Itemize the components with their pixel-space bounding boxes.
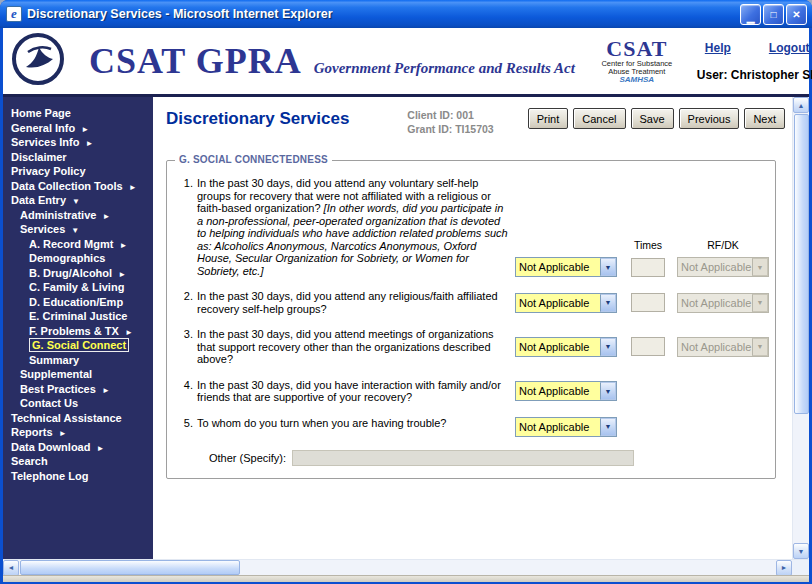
close-button[interactable]: ✕ bbox=[786, 4, 807, 25]
expand-arrow-icon: ► bbox=[59, 429, 67, 438]
toolbar: Print Cancel Save Previous Next bbox=[528, 108, 785, 129]
sidebar-item-disclaimer[interactable]: Disclaimer bbox=[3, 150, 153, 165]
q1-response-select[interactable]: Not Applicable▼ bbox=[515, 257, 617, 277]
expand-arrow-icon: ► bbox=[81, 125, 89, 134]
horizontal-scrollbar[interactable]: ◄ ► bbox=[3, 559, 809, 575]
social-connectedness-group: G. SOCIAL CONNECTEDNESS Times RF/DK 1. I… bbox=[166, 160, 776, 479]
horizontal-scroll-thumb[interactable] bbox=[20, 560, 240, 575]
browser-window: e Discretionary Services - Microsoft Int… bbox=[0, 0, 812, 584]
client-id-label: Client ID: 001 bbox=[407, 108, 493, 122]
minimize-icon: ▁ bbox=[747, 12, 755, 23]
user-label: User: Christopher Shumway bbox=[697, 68, 812, 82]
brand-subtitle: Government Performance and Results Act bbox=[314, 60, 575, 77]
sidebar-item-services[interactable]: Services ▼ bbox=[3, 222, 153, 237]
hhs-logo bbox=[11, 32, 65, 90]
expand-arrow-icon: ► bbox=[125, 328, 133, 337]
sidebar-item-summary[interactable]: Summary bbox=[3, 353, 153, 368]
grant-id-label: Grant ID: TI15703 bbox=[407, 122, 493, 136]
scroll-left-button[interactable]: ◄ bbox=[3, 560, 19, 576]
minimize-button[interactable]: ▁ bbox=[740, 4, 761, 25]
sidebar-item-home-page[interactable]: Home Page bbox=[3, 106, 153, 121]
scroll-right-button[interactable]: ► bbox=[776, 560, 792, 576]
other-specify-row: Other (Specify): bbox=[209, 450, 767, 466]
scrollbar-corner bbox=[792, 560, 809, 576]
maximize-button[interactable]: □ bbox=[763, 4, 784, 25]
sidebar-item-search[interactable]: Search bbox=[3, 454, 153, 469]
csat-logo: CSAT Center for Substance Abuse Treatmen… bbox=[591, 37, 683, 84]
sidebar-item-technical-assistance[interactable]: Technical Assistance bbox=[3, 411, 153, 426]
sidebar-item-reports[interactable]: Reports ► bbox=[3, 425, 153, 440]
sidebar-item-criminal-justice[interactable]: E. Criminal Justice bbox=[3, 309, 153, 324]
logout-link[interactable]: Logout bbox=[769, 41, 810, 55]
collapse-arrow-icon: ▼ bbox=[71, 226, 79, 235]
times-column-header: Times bbox=[615, 239, 681, 251]
question-row-1: 1. In the past 30 days, did you attend a… bbox=[175, 177, 767, 277]
question-number: 3. bbox=[175, 328, 197, 366]
q4-response-select[interactable]: Not Applicable▼ bbox=[515, 381, 617, 401]
dropdown-arrow-icon: ▼ bbox=[600, 418, 616, 436]
sidebar-item-data-download[interactable]: Data Download ► bbox=[3, 440, 153, 455]
group-legend: G. SOCIAL CONNECTEDNESS bbox=[175, 154, 332, 165]
sidebar-item-supplemental[interactable]: Supplemental bbox=[3, 367, 153, 382]
close-icon: ✕ bbox=[792, 9, 800, 20]
scroll-down-button[interactable]: ▼ bbox=[793, 543, 809, 559]
previous-button[interactable]: Previous bbox=[679, 108, 740, 129]
question-text: In the past 30 days, did you attend meet… bbox=[197, 328, 511, 366]
expand-arrow-icon: ► bbox=[102, 386, 110, 395]
vertical-scrollbar[interactable]: ▲ ▼ bbox=[792, 97, 809, 559]
sidebar-item-privacy-policy[interactable]: Privacy Policy bbox=[3, 164, 153, 179]
sidebar-item-problems-tx[interactable]: F. Problems & TX ► bbox=[3, 324, 153, 339]
question-number: 1. bbox=[175, 177, 197, 277]
sidebar-item-administrative[interactable]: Administrative ► bbox=[3, 208, 153, 223]
q5-response-select[interactable]: Not Applicable▼ bbox=[515, 417, 617, 437]
sidebar-item-record-mgmt[interactable]: A. Record Mgmt ► bbox=[3, 237, 153, 252]
q1-rfdk-select: Not Applicable▼ bbox=[677, 257, 769, 277]
sidebar-item-social-connect[interactable]: G. Social Connect bbox=[3, 338, 153, 353]
dropdown-arrow-icon: ▼ bbox=[600, 382, 616, 400]
sidebar-item-family-living[interactable]: C. Family & Living bbox=[3, 280, 153, 295]
next-button[interactable]: Next bbox=[744, 108, 785, 129]
question-number: 2. bbox=[175, 290, 197, 315]
sidebar-item-telephone-log[interactable]: Telephone Log bbox=[3, 469, 153, 484]
client-grant-ids: Client ID: 001 Grant ID: TI15703 bbox=[407, 108, 493, 136]
q3-response-select[interactable]: Not Applicable▼ bbox=[515, 337, 617, 357]
sidebar-item-contact-us[interactable]: Contact Us bbox=[3, 396, 153, 411]
q2-rfdk-select: Not Applicable▼ bbox=[677, 293, 769, 313]
other-specify-input bbox=[292, 450, 634, 466]
window-title: Discretionary Services - Microsoft Inter… bbox=[27, 7, 333, 21]
dropdown-arrow-icon: ▼ bbox=[752, 258, 768, 276]
cancel-button[interactable]: Cancel bbox=[573, 108, 625, 129]
scroll-up-button[interactable]: ▲ bbox=[793, 97, 809, 113]
q3-rfdk-select: Not Applicable▼ bbox=[677, 337, 769, 357]
maximize-icon: □ bbox=[770, 9, 776, 20]
help-link[interactable]: Help bbox=[705, 41, 731, 55]
sidebar-item-services-info[interactable]: Services Info ► bbox=[3, 135, 153, 150]
expand-arrow-icon: ► bbox=[97, 444, 105, 453]
q1-times-input bbox=[631, 258, 665, 277]
titlebar: e Discretionary Services - Microsoft Int… bbox=[0, 0, 812, 28]
sidebar-item-education-emp[interactable]: D. Education/Emp bbox=[3, 295, 153, 310]
brand: CSAT GPRA Government Performance and Res… bbox=[89, 40, 575, 82]
sidebar-item-data-collection-tools[interactable]: Data Collection Tools ► bbox=[3, 179, 153, 194]
q3-times-input bbox=[631, 337, 665, 356]
q2-response-select[interactable]: Not Applicable▼ bbox=[515, 293, 617, 313]
sidebar-item-demographics[interactable]: Demographics bbox=[3, 251, 153, 266]
other-specify-label: Other (Specify): bbox=[209, 452, 286, 464]
scroll-left-icon: ◄ bbox=[8, 564, 15, 571]
sidebar-item-data-entry[interactable]: Data Entry ▼ bbox=[3, 193, 153, 208]
vertical-scroll-thumb[interactable] bbox=[794, 114, 809, 414]
print-button[interactable]: Print bbox=[528, 108, 569, 129]
app-header: CSAT GPRA Government Performance and Res… bbox=[3, 28, 809, 97]
expand-arrow-icon: ► bbox=[129, 183, 137, 192]
save-button[interactable]: Save bbox=[631, 108, 674, 129]
scroll-up-icon: ▲ bbox=[798, 102, 805, 109]
status-bar bbox=[3, 575, 809, 582]
sidebar-item-best-practices[interactable]: Best Practices ► bbox=[3, 382, 153, 397]
expand-arrow-icon: ► bbox=[86, 139, 94, 148]
sidebar-item-general-info[interactable]: General Info ► bbox=[3, 121, 153, 136]
expand-arrow-icon: ► bbox=[118, 270, 126, 279]
dropdown-arrow-icon: ▼ bbox=[600, 258, 616, 276]
scroll-down-icon: ▼ bbox=[798, 548, 805, 555]
sidebar-item-drug-alcohol[interactable]: B. Drug/Alcohol ► bbox=[3, 266, 153, 281]
sidebar-nav: Home Page General Info ► Services Info ►… bbox=[3, 97, 153, 559]
